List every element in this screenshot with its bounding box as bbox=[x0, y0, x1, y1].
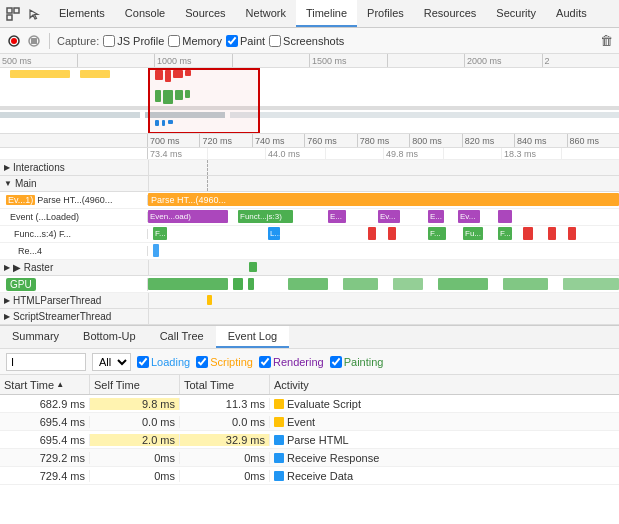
cell-activity: Parse HTML bbox=[270, 434, 619, 446]
interactions-label: Interactions bbox=[13, 162, 65, 173]
flame-content-parse[interactable]: Parse HT...(4960... bbox=[148, 192, 619, 208]
stop-button[interactable] bbox=[26, 33, 42, 49]
tab-elements[interactable]: Elements bbox=[49, 0, 115, 27]
trash-button[interactable]: 🗑 bbox=[600, 33, 613, 48]
cell-self: 0ms bbox=[90, 470, 180, 482]
event-table-body: 682.9 ms 9.8 ms 11.3 ms Evaluate Script … bbox=[0, 395, 619, 485]
table-row[interactable]: 695.4 ms 0.0 ms 0.0 ms Event bbox=[0, 413, 619, 431]
flame-label-re: Re...4 bbox=[0, 246, 148, 256]
js-profile-checkbox-label[interactable]: JS Profile bbox=[103, 35, 164, 47]
scripting-filter[interactable]: Scripting bbox=[196, 356, 253, 368]
bottom-tabs: Summary Bottom-Up Call Tree Event Log bbox=[0, 325, 619, 349]
cell-activity: Receive Response bbox=[270, 452, 619, 464]
cell-self: 0ms bbox=[90, 452, 180, 464]
cell-start: 729.4 ms bbox=[0, 470, 90, 482]
svg-rect-2 bbox=[7, 15, 12, 20]
toolbar-separator bbox=[49, 33, 50, 49]
gpu-label: GPU bbox=[0, 278, 148, 291]
flame-content-event[interactable]: Even...oad) Funct...js:3) E... Ev... E..… bbox=[148, 209, 619, 225]
table-row[interactable]: 695.4 ms 2.0 ms 32.9 ms Parse HTML bbox=[0, 431, 619, 449]
tab-sources[interactable]: Sources bbox=[175, 0, 235, 27]
devtools-icon[interactable] bbox=[4, 5, 22, 23]
script-streamer-expand[interactable]: ▶ bbox=[4, 312, 10, 321]
tab-call-tree[interactable]: Call Tree bbox=[148, 326, 216, 348]
cell-start: 695.4 ms bbox=[0, 434, 90, 446]
tab-event-log[interactable]: Event Log bbox=[216, 326, 290, 348]
loading-filter[interactable]: Loading bbox=[137, 356, 190, 368]
capture-label: Capture: bbox=[57, 35, 99, 47]
tab-network[interactable]: Network bbox=[236, 0, 296, 27]
filter-row: All Loading Scripting Rendering Painting bbox=[0, 349, 619, 375]
main-expand[interactable]: ▼ bbox=[4, 179, 12, 188]
time-ruler: 700 ms 720 ms 740 ms 760 ms 780 ms 800 m… bbox=[0, 134, 619, 148]
dashed-vertical-line bbox=[207, 160, 208, 175]
rendering-filter[interactable]: Rendering bbox=[259, 356, 324, 368]
js-profile-checkbox[interactable] bbox=[103, 35, 115, 47]
html-parser-expand[interactable]: ▶ bbox=[4, 296, 10, 305]
tab-audits[interactable]: Audits bbox=[546, 0, 597, 27]
raster-row: ▶ ▶ Raster bbox=[0, 260, 619, 276]
timeline-overview[interactable]: 500 ms 1000 ms 1500 ms 2000 ms 2 bbox=[0, 54, 619, 134]
cell-start: 682.9 ms bbox=[0, 398, 90, 410]
flame-label-parse: Ev...1) Parse HT...(4960... bbox=[0, 195, 148, 205]
col-activity-header[interactable]: Activity bbox=[270, 375, 619, 394]
dashed-line-main bbox=[207, 176, 208, 191]
raster-label: ▶ Raster bbox=[13, 262, 53, 273]
paint-checkbox-label[interactable]: Paint bbox=[226, 35, 265, 47]
filter-input[interactable] bbox=[6, 353, 86, 371]
col-start-header[interactable]: Start Time ▲ bbox=[0, 375, 90, 394]
painting-filter[interactable]: Painting bbox=[330, 356, 384, 368]
col-total-header[interactable]: Total Time bbox=[180, 375, 270, 394]
flame-content-func[interactable]: F... L... F... Fu... F... bbox=[148, 226, 619, 242]
col-self-header[interactable]: Self Time bbox=[90, 375, 180, 394]
cell-total: 0.0 ms bbox=[180, 416, 270, 428]
tab-profiles[interactable]: Profiles bbox=[357, 0, 414, 27]
paint-checkbox[interactable] bbox=[226, 35, 238, 47]
flame-label-func: Func...s:4) F... bbox=[0, 229, 148, 239]
cell-activity: Event bbox=[270, 416, 619, 428]
html-parser-row: ▶ HTMLParserThread bbox=[0, 293, 619, 309]
cell-self: 0.0 ms bbox=[90, 416, 180, 428]
record-button[interactable] bbox=[6, 33, 22, 49]
table-row[interactable]: 729.4 ms 0ms 0ms Receive Data bbox=[0, 467, 619, 485]
tab-bottom-up[interactable]: Bottom-Up bbox=[71, 326, 148, 348]
svg-point-5 bbox=[11, 38, 17, 44]
tab-console[interactable]: Console bbox=[115, 0, 175, 27]
cursor-icon[interactable] bbox=[25, 5, 43, 23]
gpu-row: GPU bbox=[0, 276, 619, 293]
tab-security[interactable]: Security bbox=[486, 0, 546, 27]
tab-summary[interactable]: Summary bbox=[0, 326, 71, 348]
script-streamer-label: ScriptStreamerThread bbox=[13, 311, 111, 322]
screenshots-checkbox[interactable] bbox=[269, 35, 281, 47]
flame-row-event: Event (...Loaded) Even...oad) Funct...js… bbox=[0, 209, 619, 226]
toolbar: Capture: JS Profile Memory Paint Screens… bbox=[0, 28, 619, 54]
raster-expand[interactable]: ▶ bbox=[4, 263, 10, 272]
main-label: Main bbox=[15, 178, 37, 189]
cell-total: 0ms bbox=[180, 452, 270, 464]
cell-self: 2.0 ms bbox=[90, 434, 180, 446]
mini-ruler: 500 ms 1000 ms 1500 ms 2000 ms 2 bbox=[0, 54, 619, 68]
svg-marker-3 bbox=[30, 10, 38, 19]
interactions-row: ▶ Interactions bbox=[0, 160, 619, 176]
html-parser-label: HTMLParserThread bbox=[13, 295, 101, 306]
cell-total: 0ms bbox=[180, 470, 270, 482]
svg-rect-0 bbox=[7, 8, 12, 13]
tab-resources[interactable]: Resources bbox=[414, 0, 487, 27]
svg-rect-7 bbox=[31, 38, 37, 44]
table-row[interactable]: 682.9 ms 9.8 ms 11.3 ms Evaluate Script bbox=[0, 395, 619, 413]
table-row[interactable]: 729.2 ms 0ms 0ms Receive Response bbox=[0, 449, 619, 467]
cell-start: 695.4 ms bbox=[0, 416, 90, 428]
memory-checkbox-label[interactable]: Memory bbox=[168, 35, 222, 47]
flame-content-re[interactable] bbox=[148, 243, 619, 259]
tab-timeline[interactable]: Timeline bbox=[296, 0, 357, 27]
flame-row-re: Re...4 bbox=[0, 243, 619, 260]
screenshots-checkbox-label[interactable]: Screenshots bbox=[269, 35, 344, 47]
gpu-content[interactable] bbox=[148, 276, 619, 292]
cell-activity: Evaluate Script bbox=[270, 398, 619, 410]
filter-select[interactable]: All bbox=[92, 353, 131, 371]
cell-total: 32.9 ms bbox=[180, 434, 270, 446]
interactions-expand[interactable]: ▶ bbox=[4, 163, 10, 172]
memory-checkbox[interactable] bbox=[168, 35, 180, 47]
flame-row-func: Func...s:4) F... F... L... F... Fu... F.… bbox=[0, 226, 619, 243]
cell-total: 11.3 ms bbox=[180, 398, 270, 410]
